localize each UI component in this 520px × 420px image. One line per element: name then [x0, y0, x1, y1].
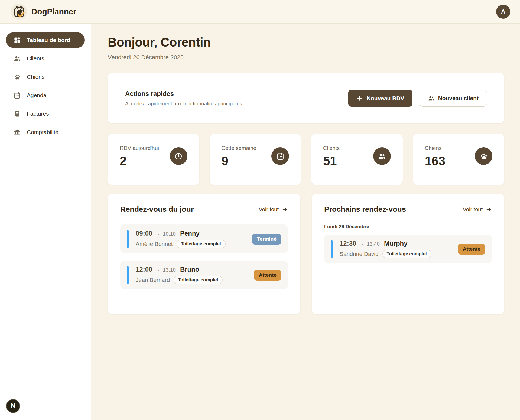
arrow-right-icon: → [155, 231, 160, 237]
new-client-label: Nouveau client [438, 95, 479, 102]
upcoming-card-title: Prochains rendez-vous [324, 205, 406, 214]
clock-icon [170, 147, 187, 165]
dog-name: Penny [180, 230, 200, 237]
sidebar-item-label: Agenda [27, 92, 46, 99]
calendar-icon [14, 92, 21, 99]
sidebar-item-label: Factures [27, 110, 49, 117]
upcoming-view-all-link[interactable]: Voir tout [463, 206, 492, 213]
calendar-icon [271, 147, 289, 165]
users-icon [373, 147, 391, 165]
appointment-color-bar [127, 230, 129, 248]
appointment-row[interactable]: 12:00 → 13:10 Bruno Jean Bernard Toilett… [120, 261, 288, 289]
view-all-label: Voir tout [463, 206, 483, 213]
view-all-label: Voir tout [259, 206, 279, 213]
stats-row: RDV aujourd'hui 2 Cette semaine 9 Client… [108, 134, 504, 185]
stat-card-rdv-today: RDV aujourd'hui 2 [108, 134, 199, 185]
sidebar-item-chiens[interactable]: Chiens [6, 69, 85, 85]
day-group-label: Lundi 29 Décembre [324, 224, 492, 230]
appointment-end-time: 13:10 [163, 267, 176, 273]
sidebar: Tableau de bord Clients Chiens Agenda Fa… [0, 24, 91, 420]
quick-actions-text: Actions rapides Accédez rapidement aux f… [125, 90, 242, 107]
dogplanner-logo-icon [11, 4, 27, 20]
stat-label: Clients [323, 145, 340, 151]
appointment-start-time: 12:30 [340, 240, 356, 247]
sidebar-item-label: Chiens [27, 74, 44, 80]
paw-icon [14, 73, 21, 81]
sidebar-item-agenda[interactable]: Agenda [6, 87, 85, 103]
main-content: Bonjour, Corentin Vendredi 26 Décembre 2… [91, 24, 520, 420]
app-brand[interactable]: DogPlanner [11, 4, 76, 20]
service-tag: Toilettage complet [382, 250, 431, 258]
status-badge: Attente [458, 244, 485, 255]
appointment-end-time: 13:40 [367, 241, 380, 247]
sidebar-item-clients[interactable]: Clients [6, 51, 85, 66]
top-bar: DogPlanner A [0, 0, 520, 24]
stat-value: 163 [425, 154, 445, 168]
status-badge: Terminé [252, 234, 281, 245]
paw-icon [475, 147, 492, 165]
new-client-button[interactable]: Nouveau client [420, 90, 487, 107]
dog-name: Murphy [384, 240, 408, 247]
stat-value: 51 [323, 154, 340, 168]
bank-icon [14, 129, 21, 136]
status-badge: Attente [254, 270, 281, 281]
today-view-all-link[interactable]: Voir tout [259, 206, 288, 213]
new-rdv-button[interactable]: Nouveau RDV [348, 90, 412, 107]
dashboard-icon [14, 37, 21, 44]
appointment-start-time: 12:00 [136, 266, 152, 273]
quick-actions-buttons: Nouveau RDV Nouveau client [348, 90, 487, 107]
stat-label: Chiens [425, 145, 445, 151]
client-name: Sandrine David [340, 251, 379, 257]
quick-actions-card: Actions rapides Accédez rapidement aux f… [108, 73, 504, 123]
dog-name: Bruno [180, 266, 199, 273]
appointment-row[interactable]: 09:00 → 10:10 Penny Amélie Bonnet Toilet… [120, 224, 288, 253]
stat-card-clients: Clients 51 [311, 134, 403, 185]
stat-label: Cette semaine [222, 145, 256, 151]
arrow-right-icon: → [155, 267, 160, 273]
bottom-row: Rendez-vous du jour Voir tout 09:00 → 10… [108, 194, 504, 314]
receipt-icon [14, 110, 21, 118]
users-icon [14, 55, 21, 62]
appointment-end-time: 10:10 [163, 231, 176, 237]
plus-icon [356, 95, 363, 102]
quick-actions-subtitle: Accédez rapidement aux fonctionnalités p… [125, 101, 242, 107]
stat-card-week: Cette semaine 9 [210, 134, 301, 185]
dev-tools-badge[interactable]: N [6, 399, 20, 413]
upcoming-appointments-card: Prochains rendez-vous Voir tout Lundi 29… [312, 194, 504, 314]
current-date: Vendredi 26 Décembre 2025 [108, 54, 504, 61]
users-icon [428, 95, 434, 102]
stat-value: 9 [222, 154, 256, 168]
page-title: Bonjour, Corentin [108, 35, 504, 50]
sidebar-item-label: Clients [27, 55, 44, 62]
arrow-right-icon: → [359, 241, 364, 247]
sidebar-item-factures[interactable]: Factures [6, 106, 85, 122]
sidebar-item-label: Tableau de bord [27, 37, 70, 43]
stat-value: 2 [120, 154, 159, 168]
client-name: Amélie Bonnet [136, 241, 173, 247]
stat-card-chiens: Chiens 163 [413, 134, 505, 185]
stat-label: RDV aujourd'hui [120, 145, 159, 151]
sidebar-item-comptabilite[interactable]: Comptabilité [6, 124, 85, 140]
user-avatar[interactable]: A [496, 5, 510, 19]
service-tag: Toilettage complet [174, 276, 223, 284]
sidebar-item-tableau-de-bord[interactable]: Tableau de bord [6, 32, 85, 48]
arrow-right-icon [282, 206, 288, 212]
appointment-color-bar [331, 240, 333, 258]
appointment-color-bar [127, 266, 129, 284]
today-card-title: Rendez-vous du jour [120, 205, 194, 214]
new-rdv-label: Nouveau RDV [367, 95, 404, 102]
today-appointments-card: Rendez-vous du jour Voir tout 09:00 → 10… [108, 194, 300, 314]
service-tag: Toilettage complet [177, 240, 226, 248]
appointment-start-time: 09:00 [136, 230, 152, 237]
app-title: DogPlanner [31, 7, 76, 16]
quick-actions-title: Actions rapides [125, 90, 242, 97]
client-name: Jean Bernard [136, 277, 170, 283]
arrow-right-icon [486, 206, 492, 212]
sidebar-item-label: Comptabilité [27, 129, 58, 135]
appointment-row[interactable]: 12:30 → 13:40 Murphy Sandrine David Toil… [324, 235, 492, 263]
